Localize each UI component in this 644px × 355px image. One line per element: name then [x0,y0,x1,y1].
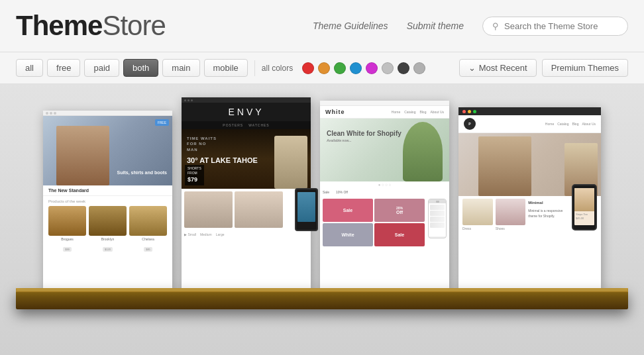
theme-card-white[interactable]: White Home Catalog Blog About Us Clean W… [320,101,449,289]
logo-theme: Theme [16,10,102,42]
card4-browser-bar [458,107,601,115]
theme-card-new-standard[interactable]: Suits, shirts and boots FREE The New Sta… [43,111,172,289]
nav-home: Home [392,110,400,114]
time-text: TIME WAITS [187,136,258,141]
filter-mobile[interactable]: mobile [204,59,248,77]
clean-white-text: Clean White for Shopify [327,128,402,138]
nav-blog: Blog [419,110,426,114]
boot-2: Brooklyn $120 [89,206,127,253]
nav-dot-2 [50,112,52,115]
minimal-desc-text: Minimal is a responsive theme for Shopif… [528,208,564,219]
white-logo: White [325,109,345,115]
premium-themes-button[interactable]: Premium Themes [542,59,628,77]
color-lightgray-dot[interactable] [382,62,394,74]
sort-dropdown[interactable]: ⌄ Most Recent [459,59,537,77]
card4-phone-container: Stripe Tee $45.00 [567,199,597,230]
boot-tag-2: $120 [103,247,113,252]
product-col-1: Dress [462,199,493,230]
size-large: Large [216,232,225,238]
size-options: ▶ Small Medium Large [184,232,308,238]
envy-logo: ENVY [187,107,305,117]
shelf-container: Suits, shirts and boots FREE The New Sta… [16,97,628,309]
boot-label-1: Brogues [48,237,86,241]
theme-card-envy[interactable]: ENVY POSTERS WATCHES TIME WAITS FOR NO M… [182,97,311,289]
shorts-text: SHORTS [188,166,201,171]
top-dot-1 [184,99,186,101]
envy-product-labels: ▶ Small Medium Large [182,230,311,240]
product-1 [184,191,233,228]
card3-mobile [428,199,447,246]
themes-row: Suits, shirts and boots FREE The New Sta… [16,97,628,289]
filter-main[interactable]: main [162,59,199,77]
sale-label-4: Sale [395,232,404,237]
card3-phone-section: Sale 20% Off White Sale [320,196,449,249]
size-medium: Medium [200,232,212,238]
hero-figure [56,126,109,185]
card1-products: Products of the week Brogues $99 Brookly… [43,196,172,256]
minimal-title: Minimal [528,200,564,207]
filter-paid[interactable]: paid [84,59,119,77]
sale-header: Sale 10% Off [320,188,449,196]
product-2 [235,191,283,228]
phone-text: Stripe Tee $45.00 [574,211,594,221]
phone-button [436,201,439,203]
nav-about: About Us [430,110,444,114]
minimal-logo-text: P [468,122,470,126]
card4-content: Dress Shoes Minimal Minimal is a respons… [458,196,601,233]
phone-desc-line-2: $45.00 [576,217,593,221]
white-label: White [341,232,354,237]
boot-1: Brogues $99 [48,206,86,253]
color-darkgray-dot[interactable] [398,62,409,74]
search-box[interactable]: ⚲ [482,17,628,36]
separator-1 [254,60,255,76]
phone-screen [297,192,315,222]
sale-label-1: Sale [343,208,352,213]
card2-subnav: POSTERS WATCHES [182,121,311,129]
color-blue-dot[interactable] [350,62,362,74]
plant-image [403,122,443,181]
top-dot-3 [191,99,193,101]
minimal-phone-screen: Stripe Tee $45.00 [574,188,594,225]
filter-all[interactable]: all [16,59,43,77]
card2-topbar [182,97,311,103]
nav-catalog-4: Catalog [557,122,568,126]
sale-cell-1: Sale [323,199,373,222]
products-label: Products of the week [48,199,167,203]
envy-hero-text: TIME WAITS FOR NO MAN 30° AT LAKE TAHOE [187,136,258,166]
phone-row-4 [430,223,445,228]
free-badge: FREE [155,119,169,126]
filter-right: ⌄ Most Recent Premium Themes [459,59,628,77]
all-colors-label: all colors [262,64,293,73]
color-silver-dot[interactable] [413,62,425,74]
envy-phone [295,188,318,231]
color-green-dot[interactable] [334,62,346,74]
price-text: $79 [188,176,201,184]
theme-card-minimal[interactable]: P Home Catalog Blog About Us [458,107,601,289]
color-orange-dot[interactable] [318,62,330,74]
theme-guidelines-link[interactable]: Theme Guidelines [313,21,388,31]
time-text-2: FOR NO [187,141,258,146]
sale-pct-label-1: Off [396,210,403,215]
logo-store: Store [102,10,165,42]
site-logo: Theme Store [16,10,166,42]
card3-header: White Home Catalog Blog About Us [320,106,449,119]
nav-about-4: About Us [582,122,596,126]
card2-header: ENVY [182,103,311,121]
boot-img-1 [48,206,86,236]
product-col-2: Shoes [496,199,526,230]
card1-hero: Suits, shirts and boots FREE [43,116,172,185]
color-red-dot[interactable] [302,62,314,74]
filter-free[interactable]: free [47,59,80,77]
color-pink-dot[interactable] [366,62,378,74]
white-hero-text: Clean White for Shopify Available now... [327,128,402,144]
product-caption-1: Dress [462,227,493,230]
mac-close-btn [462,110,466,113]
search-input[interactable] [504,21,618,31]
submit-theme-link[interactable]: Submit theme [407,21,464,31]
sale-pct-label: 10% Off [336,190,348,194]
shorts-badge: SHORTS FROM $79 [185,165,204,185]
product-img-2 [496,199,526,225]
filter-both[interactable]: both [123,59,158,77]
lake-tahoe-text: 30° AT LAKE TAHOE [187,156,258,166]
card4-nav: Home Catalog Blog About Us [545,122,596,126]
